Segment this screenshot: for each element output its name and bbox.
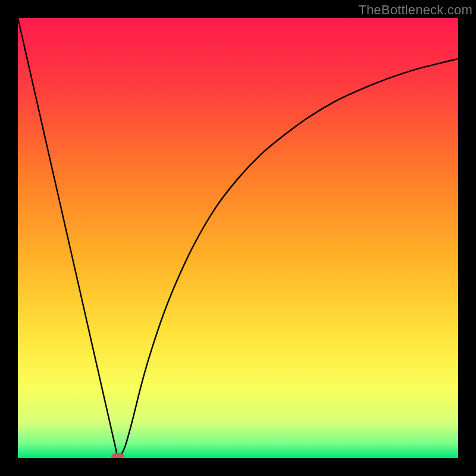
plot-area [18, 18, 458, 458]
gradient-background [18, 18, 458, 458]
chart-frame: TheBottleneck.com [0, 0, 476, 476]
watermark-text: TheBottleneck.com [358, 2, 472, 18]
chart-svg [18, 18, 458, 458]
